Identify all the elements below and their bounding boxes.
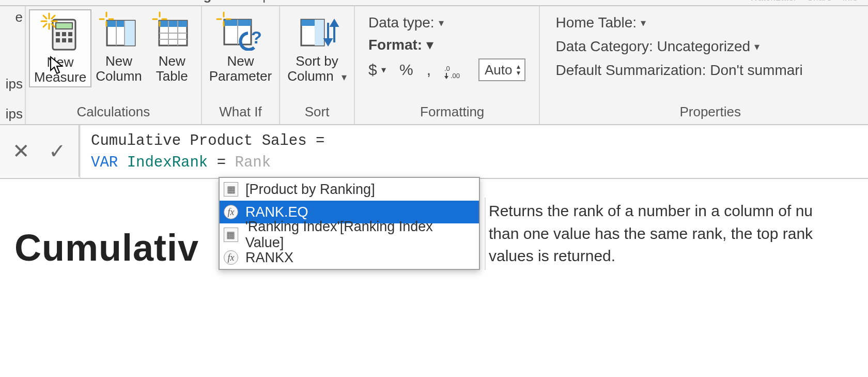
intellisense-item[interactable]: ▦ [Product by Ranking]	[220, 178, 479, 201]
new-measure-label: New Measure	[34, 55, 86, 84]
new-measure-button[interactable]: New Measure	[29, 9, 91, 87]
new-table-button[interactable]: New Table	[146, 9, 198, 85]
svg-rect-45	[315, 20, 324, 46]
new-column-button[interactable]: New Column	[91, 9, 146, 85]
group-sort-label: Sort	[305, 104, 330, 122]
chevron-down-icon	[754, 40, 760, 53]
decimals-icon: .0.00	[444, 64, 465, 80]
group-sort: Sort by Column Sort	[280, 6, 355, 124]
default-summarization-dropdown[interactable]: Default Summarization: Don't summari	[555, 62, 802, 79]
visual-title-partial: Cumulativ	[14, 227, 199, 269]
intellisense-item-label: RANK.EQ	[245, 204, 308, 220]
svg-text:.0: .0	[444, 65, 450, 72]
right-link-watchlater[interactable]: WatchLater	[750, 0, 807, 3]
decimal-places-spinner[interactable]: Auto ▲▼	[478, 58, 525, 81]
chevron-down-icon	[342, 71, 347, 83]
tab-modeling[interactable]: Modeling	[137, 0, 227, 4]
svg-text:.00: .00	[451, 72, 460, 80]
new-column-label: New Column	[96, 54, 142, 83]
new-table-label: New Table	[156, 54, 188, 83]
svg-rect-9	[56, 23, 72, 29]
sparkle-icon	[99, 11, 114, 27]
sparkle-icon	[216, 11, 231, 27]
svg-rect-22	[125, 21, 135, 46]
right-link-share[interactable]: Share	[807, 0, 842, 3]
sparkle-icon	[152, 11, 167, 27]
svg-marker-52	[444, 76, 448, 79]
tab-data-drill[interactable]: Data / Drill	[359, 0, 453, 4]
svg-line-6	[43, 24, 47, 27]
svg-rect-14	[62, 38, 66, 42]
group-whatif-label: What If	[219, 104, 261, 122]
chevron-down-icon	[641, 17, 646, 29]
ribbon: e ips ips New Measure New Column	[0, 6, 868, 125]
report-canvas: Cumulativ ▦ [Product by Ranking] fx RANK…	[0, 179, 868, 377]
intellisense-popup: ▦ [Product by Ranking] fx RANK.EQ ▦ 'Ran…	[219, 177, 480, 270]
tab-format[interactable]: Format	[286, 0, 359, 4]
home-table-dropdown[interactable]: Home Table:	[555, 14, 802, 31]
group-whatif: ? New Parameter What If	[202, 6, 280, 124]
svg-text:?: ?	[251, 27, 262, 47]
intellisense-item-label: [Product by Ranking]	[245, 182, 375, 198]
intellisense-item-label: RANKX	[245, 250, 293, 266]
svg-rect-12	[68, 32, 72, 36]
svg-line-7	[52, 16, 55, 19]
svg-rect-10	[56, 32, 60, 36]
svg-marker-49	[331, 21, 337, 26]
data-type-dropdown[interactable]: Data type:	[368, 14, 444, 31]
svg-rect-11	[62, 32, 66, 36]
tab-help[interactable]: Help	[227, 0, 285, 4]
group-properties: Home Table: Data Category: Uncategorized…	[540, 6, 868, 124]
right-link-info[interactable]: Info	[842, 0, 868, 3]
svg-rect-15	[68, 38, 72, 42]
group-calculations: New Measure New Column New Table Calcula…	[26, 6, 202, 124]
function-icon: fx	[224, 205, 238, 219]
currency-button[interactable]: $ ▾	[368, 61, 386, 79]
svg-marker-47	[325, 39, 331, 44]
function-icon: fx	[224, 250, 238, 265]
spin-down-icon[interactable]: ▼	[516, 70, 522, 76]
relationships-frag-1: e	[0, 9, 24, 46]
sort-column-icon	[298, 12, 339, 51]
intellisense-tooltip: Returns the rank of a number in a column…	[486, 200, 868, 267]
chevron-down-icon	[439, 17, 444, 29]
svg-line-5	[52, 24, 55, 27]
svg-line-4	[43, 16, 47, 19]
sort-by-column-label: Sort by Column	[287, 54, 347, 83]
svg-rect-13	[56, 38, 60, 42]
formula-cancel-button[interactable]: ✕	[12, 139, 30, 163]
relationships-frag-3: ips	[0, 106, 24, 122]
intellisense-item-label: 'Ranking Index'[Ranking Index Value]	[245, 219, 473, 251]
percent-button[interactable]: %	[399, 61, 413, 79]
measure-icon: ▦	[224, 182, 238, 197]
format-dropdown[interactable]: Format: ▾	[368, 36, 433, 53]
formula-line-1: Cumulative Product Sales =	[91, 130, 858, 152]
group-properties-label: Properties	[679, 104, 741, 122]
group-formatting: Data type: Format: ▾ $ ▾ % , .0.00 Auto …	[355, 6, 540, 124]
group-formatting-label: Formatting	[420, 104, 484, 122]
formula-line-2: VAR IndexRank = Rank	[91, 152, 858, 174]
formula-commit-button[interactable]: ✓	[49, 139, 66, 163]
group-relationships-partial: e ips ips	[0, 6, 26, 124]
relationships-frag-2: ips	[0, 76, 24, 92]
new-parameter-label: New Parameter	[209, 54, 272, 83]
sort-by-column-button[interactable]: Sort by Column	[283, 9, 351, 85]
group-calculations-label: Calculations	[77, 104, 150, 122]
new-parameter-button[interactable]: ? New Parameter	[205, 9, 276, 85]
ribbon-tabs: Home View Modeling Help Format Data / Dr…	[0, 0, 868, 6]
intellisense-item[interactable]: ▦ 'Ranking Index'[Ranking Index Value]	[220, 223, 479, 246]
formula-editor[interactable]: Cumulative Product Sales = VAR IndexRank…	[80, 125, 868, 178]
formula-bar: ✕ ✓ Cumulative Product Sales = VAR Index…	[0, 125, 868, 179]
measure-icon: ▦	[224, 228, 238, 242]
tab-view[interactable]: View	[77, 0, 137, 4]
tab-home[interactable]: Home	[10, 0, 77, 4]
sparkle-icon	[40, 12, 58, 30]
data-category-dropdown[interactable]: Data Category: Uncategorized	[555, 38, 802, 55]
thousands-separator-button[interactable]: ,	[427, 61, 431, 79]
